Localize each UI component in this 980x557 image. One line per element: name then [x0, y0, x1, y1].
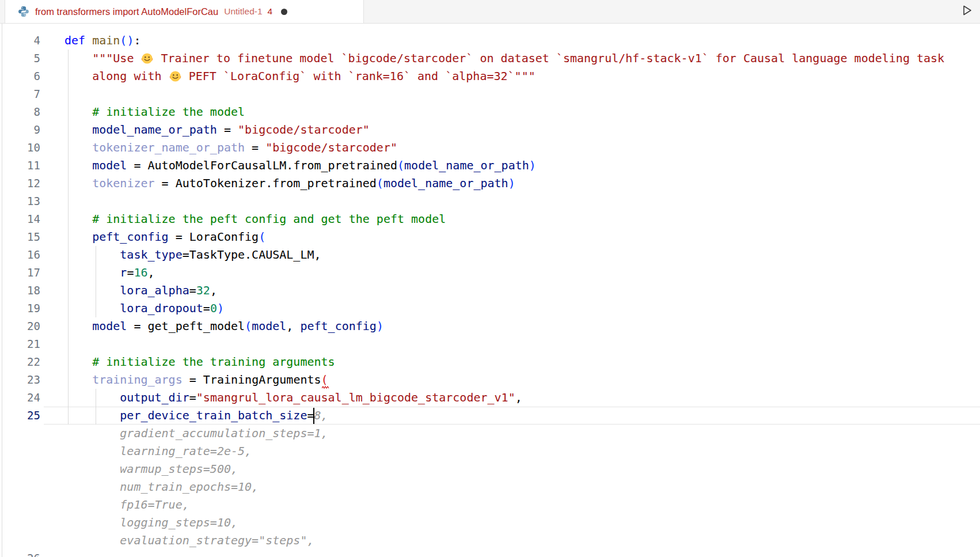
- code-token: peft_config: [92, 230, 168, 244]
- code-line[interactable]: 10 tokenizer_name_or_path = "bigcode/sta…: [0, 139, 980, 157]
- play-icon: [960, 3, 974, 17]
- line-number[interactable]: 19: [0, 300, 40, 317]
- code-token: [64, 158, 92, 172]
- code-token: [64, 69, 92, 83]
- code-line[interactable]: 4def main():: [0, 32, 980, 50]
- code-text: # initialize the training arguments: [64, 353, 335, 371]
- code-token: # initialize the model: [92, 105, 245, 119]
- code-token: (: [397, 158, 404, 172]
- code-token: [64, 230, 92, 244]
- run-button[interactable]: [959, 2, 975, 18]
- line-number[interactable]: 8: [0, 103, 40, 121]
- ghost-suggestion-line: fp16=True,: [0, 496, 980, 514]
- code-line[interactable]: 22 # initialize the training arguments: [0, 353, 980, 371]
- code-line[interactable]: 21: [0, 335, 980, 353]
- code-token: [64, 212, 92, 226]
- code-line[interactable]: 26: [0, 550, 980, 557]
- code-token: [64, 408, 120, 422]
- code-line[interactable]: 25 per_device_train_batch_size=8,: [0, 407, 980, 425]
- line-number[interactable]: 14: [0, 210, 40, 228]
- ghost-suggestion-line: gradient_accumulation_steps=1,: [0, 425, 980, 442]
- line-number[interactable]: 23: [0, 371, 40, 389]
- code-text: # initialize the model: [64, 103, 245, 121]
- unsaved-changes-dot[interactable]: [281, 9, 287, 15]
- line-number[interactable]: 11: [0, 157, 40, 175]
- line-number[interactable]: 22: [0, 353, 40, 371]
- code-token: =: [217, 123, 238, 137]
- tab-untitled-1[interactable]: from transformers import AutoModelForCau…: [5, 0, 364, 23]
- line-number[interactable]: 15: [0, 228, 40, 246]
- code-line[interactable]: 18 lora_alpha=32,: [0, 282, 980, 300]
- code-token: # initialize the peft config and get the…: [92, 212, 446, 226]
- code-token: peft_config: [300, 319, 376, 333]
- code-text: learning_rate=2e-5,: [64, 442, 252, 460]
- code-text: # initialize the peft config and get the…: [64, 210, 446, 228]
- code-token: model_name_or_path: [383, 176, 508, 190]
- code-line[interactable]: 15 peft_config = LoraConfig(: [0, 228, 980, 246]
- code-text: num_train_epochs=10,: [64, 478, 259, 496]
- code-line[interactable]: 13: [0, 192, 980, 210]
- code-line[interactable]: 12 tokenizer = AutoTokenizer.from_pretra…: [0, 175, 980, 192]
- code-token: fp16=True,: [64, 498, 189, 511]
- code-token: model_name_or_path: [404, 158, 529, 172]
- code-token: model_name_or_path: [92, 123, 217, 137]
- code-text: lora_dropout=0): [64, 300, 224, 317]
- code-line[interactable]: 17 r=16,: [0, 264, 980, 282]
- code-line[interactable]: 11 model = AutoModelForCausalLM.from_pre…: [0, 157, 980, 175]
- code-text: model = AutoModelForCausalLM.from_pretra…: [64, 157, 536, 175]
- line-number[interactable]: 13: [0, 192, 40, 210]
- code-token: task_type: [120, 248, 182, 262]
- code-token: [64, 176, 92, 190]
- code-line[interactable]: 16 task_type=TaskType.CAUSAL_LM,: [0, 246, 980, 264]
- code-token: [64, 283, 120, 297]
- indent-guide: [68, 85, 69, 103]
- code-token: warmup_steps=500,: [64, 462, 238, 476]
- line-number[interactable]: 26: [0, 550, 40, 557]
- line-number[interactable]: 6: [0, 67, 40, 85]
- line-number[interactable]: 4: [0, 32, 40, 50]
- line-number[interactable]: 18: [0, 282, 40, 300]
- ghost-suggestion-line: num_train_epochs=10,: [0, 478, 980, 496]
- indent-guide: [68, 192, 69, 210]
- line-number[interactable]: 20: [0, 317, 40, 335]
- code-token: =: [189, 391, 196, 404]
- code-line[interactable]: 6 along with PEFT `LoraConfig` with `ran…: [0, 67, 980, 85]
- line-number[interactable]: 5: [0, 50, 40, 67]
- code-line[interactable]: 9 model_name_or_path = "bigcode/starcode…: [0, 121, 980, 139]
- code-token: (: [321, 371, 328, 389]
- tab-title: from transformers import AutoModelForCau: [35, 6, 218, 17]
- code-line[interactable]: 24 output_dir="smangrul_lora_causal_lm_b…: [0, 389, 980, 407]
- code-token: (: [245, 319, 252, 333]
- code-line[interactable]: 5 """Use Trainer to finetune model `bigc…: [0, 50, 980, 67]
- line-number[interactable]: 10: [0, 139, 40, 157]
- tab-bar: from transformers import AutoModelForCau…: [0, 0, 980, 24]
- code-text: tokenizer_name_or_path = "bigcode/starco…: [64, 139, 397, 157]
- code-token: "bigcode/starcoder": [265, 141, 397, 154]
- code-line[interactable]: 7: [0, 85, 980, 103]
- line-number[interactable]: 12: [0, 175, 40, 192]
- line-number[interactable]: 7: [0, 85, 40, 103]
- line-number[interactable]: 21: [0, 335, 40, 353]
- line-number[interactable]: 9: [0, 121, 40, 139]
- code-token: =: [203, 301, 210, 315]
- code-line[interactable]: 23 training_args = TrainingArguments(: [0, 371, 980, 389]
- code-token: model: [252, 319, 286, 333]
- code-line[interactable]: 14 # initialize the peft config and get …: [0, 210, 980, 228]
- code-token: [64, 373, 92, 387]
- code-editor[interactable]: 4def main():5 """Use Trainer to finetune…: [0, 24, 980, 557]
- code-token: 8,: [314, 408, 328, 422]
- code-text: model = get_peft_model(model, peft_confi…: [64, 317, 383, 335]
- tab-error-count-badge: 4: [268, 6, 273, 17]
- line-number[interactable]: 16: [0, 246, 40, 264]
- code-token: logging_steps=10,: [64, 516, 238, 529]
- code-line[interactable]: 20 model = get_peft_model(model, peft_co…: [0, 317, 980, 335]
- code-line[interactable]: 19 lora_dropout=0): [0, 300, 980, 317]
- line-number[interactable]: 24: [0, 389, 40, 407]
- tab-description: Untitled-1: [224, 6, 262, 17]
- code-text: warmup_steps=500,: [64, 460, 238, 478]
- code-text: task_type=TaskType.CAUSAL_LM,: [64, 246, 321, 264]
- code-line[interactable]: 8 # initialize the model: [0, 103, 980, 121]
- python-icon: [17, 5, 30, 18]
- line-number[interactable]: 17: [0, 264, 40, 282]
- line-number[interactable]: 25: [0, 407, 40, 425]
